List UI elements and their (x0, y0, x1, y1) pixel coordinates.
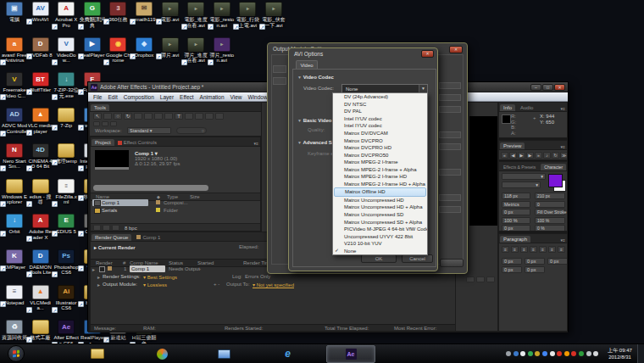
desktop-icon-gmailh119[interactable]: ✉↗gmailh119 (131, 2, 157, 23)
menu-composition[interactable]: Composition (124, 94, 154, 100)
tray-icon-tray-5[interactable] (535, 351, 540, 356)
tool-option-2[interactable] (110, 121, 117, 126)
show-desktop-button[interactable] (637, 344, 644, 363)
desktop-icon-彈片_reston.avi[interactable]: ▸↗彈片_reston.avi (209, 37, 235, 64)
codec-option-Matrox DVCPRO HD[interactable]: Matrox DVCPRO HD (333, 144, 427, 152)
desktop-icon-Acrobat X Pro[interactable]: A↗Acrobat X Pro (53, 2, 79, 28)
loop-button[interactable]: ↻ (552, 152, 559, 159)
desktop-icon-KMPlayer[interactable]: K↗KMPlayer (2, 249, 27, 271)
menu-view[interactable]: View (230, 94, 242, 100)
menu-animation[interactable]: Animation (200, 94, 225, 100)
menu-window[interactable]: Window (248, 94, 268, 100)
panel-menu-icon[interactable]: ▾≡ (561, 106, 567, 111)
eraser-tool[interactable] (205, 113, 214, 120)
desktop-icon-ADVC Mode Controller[interactable]: AD↗ADVC Mode Controller (2, 108, 27, 135)
log-value[interactable]: Errors Only (245, 274, 270, 279)
desktop-icon-電影_reston.avi[interactable]: ▸↗電影_reston.avi (209, 2, 235, 28)
taskbar-button-computer[interactable] (217, 347, 231, 360)
brush-tool[interactable] (185, 113, 193, 120)
tab-preview[interactable]: Preview (500, 142, 525, 149)
hand-tool[interactable] (103, 113, 112, 120)
desktop-icon-360任務[interactable]: 3↗360任務 (105, 2, 130, 23)
puppet-tool[interactable] (215, 113, 224, 120)
menu-effect[interactable]: Effect (180, 94, 194, 100)
codec-option-V210 10-bit YUV[interactable]: V210 10-bit YUV (333, 240, 427, 248)
cancel-button[interactable]: Cancel (402, 254, 433, 263)
tray-icon-tray-12[interactable] (586, 351, 591, 356)
char-field-4-1[interactable]: 0 % (535, 225, 565, 232)
delete-icon[interactable] (112, 225, 119, 231)
desktop-icon-VideoDow...[interactable]: V↗VideoDow... (53, 37, 79, 64)
desktop-icon-Photoshop CS6[interactable]: Ps↗Photoshop CS6 (53, 249, 79, 276)
char-field-1-0[interactable]: Metrics (502, 201, 530, 208)
paragraph-field-0-0[interactable]: 0 px (502, 258, 522, 265)
desktop-icon-電腦[interactable]: ▣電腦 (2, 2, 27, 23)
project-row-Comp 1[interactable]: Comp 1Composi... (91, 199, 261, 206)
align-button-2[interactable]: ≡ (520, 246, 528, 253)
codec-option-Matrox Uncompressed HD[interactable]: Matrox Uncompressed HD (333, 197, 427, 204)
tab-project[interactable]: Project (92, 139, 114, 146)
align-button-4[interactable]: ≡ (539, 246, 547, 253)
close-button[interactable]: ✕ (554, 84, 565, 91)
desktop-icon-edius - 搜尋[interactable]: ↗edius - 搜尋 (28, 179, 53, 205)
tray-icon-tray-9[interactable] (564, 351, 569, 356)
rotation-tool[interactable]: ↻ (124, 113, 132, 120)
add-remove-output[interactable]: + - (214, 282, 219, 287)
align-button-3[interactable]: ≡ (530, 246, 537, 253)
desktop-icon-資源回收筒[interactable]: ♻資源回收筒 (2, 320, 27, 341)
section-video-codec[interactable]: ▼ Video Codec (297, 75, 334, 80)
paragraph-field-1-1[interactable]: 0 px (525, 266, 545, 273)
om-close-button[interactable]: ✕ (449, 46, 463, 53)
tool-option-0[interactable] (93, 121, 100, 126)
desktop-icon-RealPlayer[interactable]: ▶↗RealPlayer (80, 37, 105, 59)
desktop-icon-After Effects CS6[interactable]: Ae↗After Effects CS6 (53, 320, 79, 346)
output-module-value[interactable]: ▾ Lossless (143, 282, 167, 288)
render-settings-value[interactable]: ▾ Best Settings (143, 274, 177, 280)
tray-icon-tray-6[interactable] (542, 351, 547, 356)
desktop-icon-Nero StartSm...[interactable]: N↗Nero StartSm... (2, 143, 27, 170)
desktop-icon-VLC media player[interactable]: ▲↗VLC media player (28, 108, 53, 134)
tray-icon-tray-10[interactable] (571, 351, 576, 356)
align-button-5[interactable]: ≡ (548, 246, 556, 253)
desktop-icon-DVDFab 8[interactable]: D↗DVDFab 8 (28, 37, 53, 59)
codec-option-Matrox DVCPRO50[interactable]: Matrox DVCPRO50 (333, 151, 427, 159)
align-button-6[interactable]: ≡ (558, 246, 565, 253)
font-family-dropdown[interactable]: ▾ (502, 173, 546, 180)
desktop-icon-BluffTitler[interactable]: BT↗BluffTitler (28, 72, 53, 93)
tab-comp-1[interactable]: Comp 1 (133, 234, 164, 241)
tab-tools[interactable]: Tools (91, 104, 109, 111)
codec-option-Matrox MPEG-2 I-frame + Alpha[interactable]: Matrox MPEG-2 I-frame + Alpha (333, 165, 427, 173)
paragraph-field-1-0[interactable]: 0 px (502, 266, 522, 273)
create-folder-icon[interactable] (103, 225, 110, 231)
codec-option-Matrox MPEG-2 I-frame HD[interactable]: Matrox MPEG-2 I-frame HD (333, 173, 427, 181)
maximize-button[interactable]: □ (542, 84, 553, 91)
workspace-search-input[interactable]: ○ (176, 127, 207, 134)
pan-behind-tool[interactable] (144, 113, 153, 120)
desktop-icon-VLCMedia...[interactable]: ▲↗VLCMedia... (28, 285, 53, 311)
desktop-icon-彈片_進度在看.avi[interactable]: ▸↗彈片_進度在看.avi (183, 37, 208, 64)
taskbar-clock[interactable]: 上午 09:47 2012/8/31 (602, 347, 637, 360)
codec-option-Matrox MPEG-2 I-frame HD + Alpha[interactable]: Matrox MPEG-2 I-frame HD + Alpha (333, 181, 427, 188)
avi-close-button[interactable]: ✕ (421, 50, 434, 58)
camera-tool[interactable] (134, 113, 142, 120)
codec-option-Matrox Offline HD[interactable]: Matrox Offline HD (334, 187, 426, 197)
desktop-icon-avast! Free Antivirus[interactable]: a↗avast! Free Antivirus (2, 37, 27, 64)
desktop-icon-Dropbox[interactable]: ◆↗Dropbox (131, 37, 157, 59)
codec-option-Matrox Uncompressed HD + Alpha[interactable]: Matrox Uncompressed HD + Alpha (333, 204, 427, 211)
desktop-icon-彈片.avi[interactable]: ▸↗彈片.avi (158, 37, 183, 59)
comp-control-0[interactable] (466, 276, 475, 282)
menu-layer[interactable]: Layer (160, 94, 174, 100)
menu-file[interactable]: File (93, 94, 102, 100)
selection-tool[interactable]: ↖ (93, 113, 102, 120)
desktop-icon-Illustrator CS6[interactable]: Ai↗Illustrator CS6 (53, 285, 79, 311)
tab-render-queue[interactable]: Render Queue (92, 234, 131, 241)
next-frame-button[interactable]: ▶ (526, 152, 534, 159)
codec-option-DV PAL[interactable]: DV PAL (333, 108, 427, 115)
desktop-icon-Google Chrome[interactable]: ◉↗Google Chrome (105, 37, 130, 64)
desktop-icon-Freemake Video C...[interactable]: V↗Freemake Video C... (2, 72, 27, 98)
codec-option-None[interactable]: ✓None (333, 247, 427, 254)
interpret-footage-icon[interactable] (93, 225, 101, 231)
desktop-icon-處理temp[interactable]: ↗處理temp (53, 143, 79, 165)
menu-edit[interactable]: Edit (108, 94, 117, 100)
panel-menu-icon[interactable]: ▾≡ (561, 237, 567, 243)
